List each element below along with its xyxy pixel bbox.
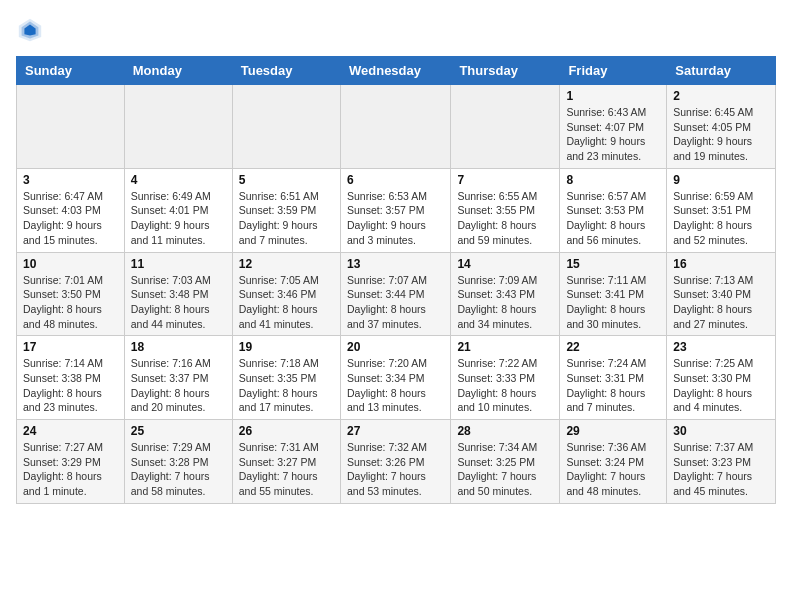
column-header-monday: Monday [124,57,232,85]
calendar-day-cell: 24Sunrise: 7:27 AM Sunset: 3:29 PM Dayli… [17,420,125,504]
day-info: Sunrise: 7:13 AM Sunset: 3:40 PM Dayligh… [673,273,769,332]
calendar-day-cell: 6Sunrise: 6:53 AM Sunset: 3:57 PM Daylig… [340,168,450,252]
day-info: Sunrise: 7:05 AM Sunset: 3:46 PM Dayligh… [239,273,334,332]
day-number: 3 [23,173,118,187]
column-header-sunday: Sunday [17,57,125,85]
day-number: 13 [347,257,444,271]
calendar-day-cell: 10Sunrise: 7:01 AM Sunset: 3:50 PM Dayli… [17,252,125,336]
day-number: 2 [673,89,769,103]
day-info: Sunrise: 7:27 AM Sunset: 3:29 PM Dayligh… [23,440,118,499]
calendar-day-cell: 14Sunrise: 7:09 AM Sunset: 3:43 PM Dayli… [451,252,560,336]
calendar-day-cell: 4Sunrise: 6:49 AM Sunset: 4:01 PM Daylig… [124,168,232,252]
day-number: 9 [673,173,769,187]
day-info: Sunrise: 7:37 AM Sunset: 3:23 PM Dayligh… [673,440,769,499]
calendar-day-cell: 26Sunrise: 7:31 AM Sunset: 3:27 PM Dayli… [232,420,340,504]
day-number: 17 [23,340,118,354]
day-number: 25 [131,424,226,438]
day-number: 29 [566,424,660,438]
day-info: Sunrise: 7:36 AM Sunset: 3:24 PM Dayligh… [566,440,660,499]
calendar-week-row: 17Sunrise: 7:14 AM Sunset: 3:38 PM Dayli… [17,336,776,420]
calendar-day-cell: 17Sunrise: 7:14 AM Sunset: 3:38 PM Dayli… [17,336,125,420]
day-number: 10 [23,257,118,271]
day-info: Sunrise: 6:45 AM Sunset: 4:05 PM Dayligh… [673,105,769,164]
calendar-week-row: 1Sunrise: 6:43 AM Sunset: 4:07 PM Daylig… [17,85,776,169]
day-number: 24 [23,424,118,438]
day-number: 14 [457,257,553,271]
day-number: 4 [131,173,226,187]
day-info: Sunrise: 6:59 AM Sunset: 3:51 PM Dayligh… [673,189,769,248]
calendar-week-row: 24Sunrise: 7:27 AM Sunset: 3:29 PM Dayli… [17,420,776,504]
column-header-wednesday: Wednesday [340,57,450,85]
day-number: 5 [239,173,334,187]
day-number: 27 [347,424,444,438]
day-number: 15 [566,257,660,271]
calendar-day-cell: 7Sunrise: 6:55 AM Sunset: 3:55 PM Daylig… [451,168,560,252]
calendar-day-cell: 23Sunrise: 7:25 AM Sunset: 3:30 PM Dayli… [667,336,776,420]
day-number: 26 [239,424,334,438]
calendar-week-row: 3Sunrise: 6:47 AM Sunset: 4:03 PM Daylig… [17,168,776,252]
column-header-saturday: Saturday [667,57,776,85]
logo [16,16,48,44]
calendar-day-cell: 8Sunrise: 6:57 AM Sunset: 3:53 PM Daylig… [560,168,667,252]
calendar-day-cell [232,85,340,169]
day-info: Sunrise: 7:01 AM Sunset: 3:50 PM Dayligh… [23,273,118,332]
page-header [16,16,776,44]
day-info: Sunrise: 7:18 AM Sunset: 3:35 PM Dayligh… [239,356,334,415]
day-info: Sunrise: 6:43 AM Sunset: 4:07 PM Dayligh… [566,105,660,164]
day-number: 23 [673,340,769,354]
calendar-day-cell: 21Sunrise: 7:22 AM Sunset: 3:33 PM Dayli… [451,336,560,420]
day-number: 6 [347,173,444,187]
day-info: Sunrise: 7:31 AM Sunset: 3:27 PM Dayligh… [239,440,334,499]
calendar-day-cell: 20Sunrise: 7:20 AM Sunset: 3:34 PM Dayli… [340,336,450,420]
calendar-day-cell: 27Sunrise: 7:32 AM Sunset: 3:26 PM Dayli… [340,420,450,504]
calendar-day-cell: 5Sunrise: 6:51 AM Sunset: 3:59 PM Daylig… [232,168,340,252]
column-header-friday: Friday [560,57,667,85]
day-number: 1 [566,89,660,103]
calendar-table: SundayMondayTuesdayWednesdayThursdayFrid… [16,56,776,504]
day-number: 7 [457,173,553,187]
day-info: Sunrise: 7:16 AM Sunset: 3:37 PM Dayligh… [131,356,226,415]
day-number: 18 [131,340,226,354]
calendar-day-cell: 2Sunrise: 6:45 AM Sunset: 4:05 PM Daylig… [667,85,776,169]
column-header-thursday: Thursday [451,57,560,85]
day-info: Sunrise: 6:57 AM Sunset: 3:53 PM Dayligh… [566,189,660,248]
calendar-day-cell: 28Sunrise: 7:34 AM Sunset: 3:25 PM Dayli… [451,420,560,504]
calendar-day-cell [17,85,125,169]
logo-icon [16,16,44,44]
day-info: Sunrise: 6:51 AM Sunset: 3:59 PM Dayligh… [239,189,334,248]
day-number: 20 [347,340,444,354]
calendar-day-cell: 11Sunrise: 7:03 AM Sunset: 3:48 PM Dayli… [124,252,232,336]
day-info: Sunrise: 6:47 AM Sunset: 4:03 PM Dayligh… [23,189,118,248]
day-info: Sunrise: 7:07 AM Sunset: 3:44 PM Dayligh… [347,273,444,332]
calendar-header-row: SundayMondayTuesdayWednesdayThursdayFrid… [17,57,776,85]
calendar-day-cell [340,85,450,169]
calendar-day-cell: 9Sunrise: 6:59 AM Sunset: 3:51 PM Daylig… [667,168,776,252]
day-info: Sunrise: 7:03 AM Sunset: 3:48 PM Dayligh… [131,273,226,332]
day-number: 28 [457,424,553,438]
day-number: 12 [239,257,334,271]
calendar-day-cell: 3Sunrise: 6:47 AM Sunset: 4:03 PM Daylig… [17,168,125,252]
calendar-day-cell [451,85,560,169]
day-info: Sunrise: 7:32 AM Sunset: 3:26 PM Dayligh… [347,440,444,499]
day-number: 19 [239,340,334,354]
day-info: Sunrise: 7:29 AM Sunset: 3:28 PM Dayligh… [131,440,226,499]
calendar-day-cell: 29Sunrise: 7:36 AM Sunset: 3:24 PM Dayli… [560,420,667,504]
day-info: Sunrise: 7:20 AM Sunset: 3:34 PM Dayligh… [347,356,444,415]
day-info: Sunrise: 6:49 AM Sunset: 4:01 PM Dayligh… [131,189,226,248]
calendar-day-cell: 18Sunrise: 7:16 AM Sunset: 3:37 PM Dayli… [124,336,232,420]
day-number: 30 [673,424,769,438]
calendar-day-cell: 19Sunrise: 7:18 AM Sunset: 3:35 PM Dayli… [232,336,340,420]
calendar-day-cell: 25Sunrise: 7:29 AM Sunset: 3:28 PM Dayli… [124,420,232,504]
calendar-day-cell: 12Sunrise: 7:05 AM Sunset: 3:46 PM Dayli… [232,252,340,336]
calendar-day-cell: 30Sunrise: 7:37 AM Sunset: 3:23 PM Dayli… [667,420,776,504]
calendar-week-row: 10Sunrise: 7:01 AM Sunset: 3:50 PM Dayli… [17,252,776,336]
day-info: Sunrise: 7:09 AM Sunset: 3:43 PM Dayligh… [457,273,553,332]
day-number: 11 [131,257,226,271]
calendar-day-cell: 15Sunrise: 7:11 AM Sunset: 3:41 PM Dayli… [560,252,667,336]
day-info: Sunrise: 6:53 AM Sunset: 3:57 PM Dayligh… [347,189,444,248]
day-info: Sunrise: 7:11 AM Sunset: 3:41 PM Dayligh… [566,273,660,332]
calendar-day-cell: 13Sunrise: 7:07 AM Sunset: 3:44 PM Dayli… [340,252,450,336]
day-info: Sunrise: 7:22 AM Sunset: 3:33 PM Dayligh… [457,356,553,415]
day-info: Sunrise: 7:24 AM Sunset: 3:31 PM Dayligh… [566,356,660,415]
calendar-day-cell: 1Sunrise: 6:43 AM Sunset: 4:07 PM Daylig… [560,85,667,169]
